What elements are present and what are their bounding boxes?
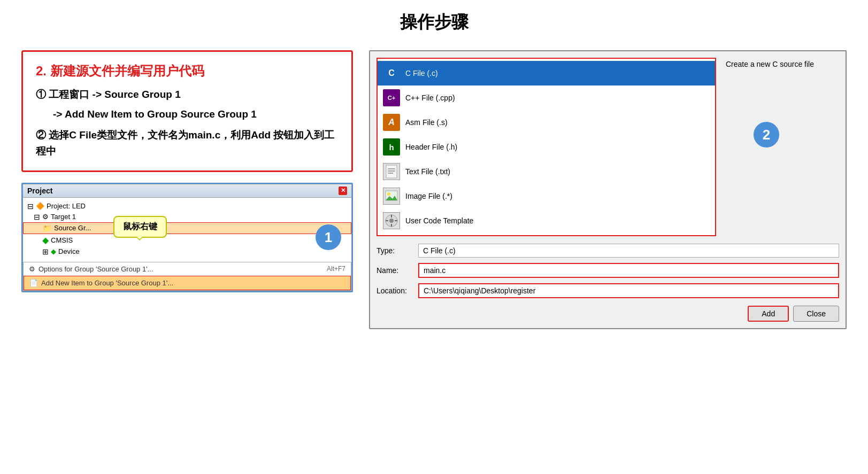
tree-item-cmsis: ◆ CMSIS	[23, 234, 351, 246]
tree-expand-icon: ⊟	[27, 202, 34, 211]
instruction-step1-sub: -> Add New Item to Group Source Group 1	[53, 107, 339, 122]
field-label-name: Name:	[377, 266, 414, 275]
context-menu-item-options-label: Options for Group 'Source Group 1'...	[39, 265, 153, 273]
close-button[interactable]: Close	[793, 306, 839, 322]
dialog-buttons: Add Close	[377, 306, 839, 322]
bottom-section: Type: C File (.c) Name: Location:	[377, 244, 839, 298]
tree-expand-icon3: ⊞	[42, 247, 49, 256]
filetype-item-img[interactable]: Image File (.*)	[378, 184, 715, 208]
tree-item-project: ⊟ 🔶 Project: LED	[23, 201, 351, 212]
tree-icon-device: ◆	[51, 247, 56, 255]
dialog-box: C C File (.c) C+ C++ File (.cpp) A Asm F…	[369, 50, 847, 329]
left-column: 2. 新建源文件并编写用户代码 ① 工程窗口 -> Source Group 1…	[21, 50, 353, 292]
field-input-type: C File (.c)	[418, 244, 839, 258]
main-layout: 2. 新建源文件并编写用户代码 ① 工程窗口 -> Source Group 1…	[21, 50, 847, 329]
context-menu-item-addnew-label: Add New Item to Group 'Source Group 1'..…	[41, 279, 173, 287]
field-label-location: Location:	[377, 286, 414, 295]
tree-item-target: ⊟ ⚙ Target 1	[23, 212, 351, 222]
dialog-left: C C File (.c) C+ C++ File (.cpp) A Asm F…	[377, 58, 716, 236]
field-input-name[interactable]	[418, 263, 839, 278]
filetype-label-h: Header File (.h)	[405, 143, 457, 151]
filetype-item-uct[interactable]: User Code Template	[378, 208, 715, 233]
tree-item-sourcegroup[interactable]: 📁 Source Gr...	[23, 222, 351, 234]
right-column: C C File (.c) C+ C++ File (.cpp) A Asm F…	[369, 50, 847, 329]
field-label-type: Type:	[377, 246, 414, 255]
project-titlebar: Project ✕	[23, 184, 351, 198]
context-menu-shortcut: Alt+F7	[327, 265, 345, 273]
filetype-label-cpp: C++ File (.cpp)	[405, 94, 455, 102]
tree-label-project: Project: LED	[47, 202, 86, 210]
context-menu-item-options[interactable]: ⚙ Options for Group 'Source Group 1'... …	[24, 262, 351, 276]
field-row-type: Type: C File (.c)	[377, 244, 839, 258]
close-icon[interactable]: ✕	[339, 187, 347, 195]
tooltip-text: 鼠标右键	[123, 222, 157, 231]
field-input-location[interactable]	[418, 283, 839, 298]
tree-item-device: ⊞ ◆ Device	[23, 246, 351, 257]
filetype-label-uct: User Code Template	[405, 216, 473, 225]
project-title-text: Project	[27, 187, 52, 195]
add-button[interactable]: Add	[748, 306, 789, 322]
tree-icon-cmsis: ◆	[42, 235, 49, 245]
project-screenshot-area: Project ✕ ⊟ 🔶 Project: LED ⊟ ⚙ Target 1	[21, 183, 353, 292]
project-tree: ⊟ 🔶 Project: LED ⊟ ⚙ Target 1 📁 Source G…	[23, 198, 351, 262]
filetype-icon-asm: A	[383, 114, 400, 131]
tree-label-cmsis: CMSIS	[51, 236, 73, 244]
tree-label-device: Device	[58, 247, 80, 255]
field-row-location: Location:	[377, 283, 839, 298]
instruction-step1: ① 工程窗口 -> Source Group 1	[36, 87, 339, 103]
filetype-icon-h: h	[383, 138, 400, 156]
filetype-icon-img	[383, 188, 400, 205]
svg-rect-0	[386, 165, 397, 178]
filetype-item-cpp[interactable]: C+ C++ File (.cpp)	[378, 86, 715, 110]
filetype-item-c[interactable]: C C File (.c)	[378, 61, 715, 86]
filetype-item-asm[interactable]: A Asm File (.s)	[378, 110, 715, 135]
filetype-icon-txt	[383, 163, 400, 180]
filetype-label-txt: Text File (.txt)	[405, 167, 450, 176]
filetype-icon-uct	[383, 212, 400, 229]
badge-2-label: 2	[763, 127, 770, 143]
filetype-icon-cpp: C+	[383, 89, 400, 106]
dialog-description: Create a new C source file	[721, 60, 814, 68]
tree-expand-icon2: ⊟	[34, 213, 40, 221]
context-menu-item-addnew[interactable]: 📄 Add New Item to Group 'Source Group 1'…	[24, 276, 351, 290]
project-window: Project ✕ ⊟ 🔶 Project: LED ⊟ ⚙ Target 1	[22, 184, 352, 291]
tooltip-bubble: 鼠标右键	[113, 216, 167, 238]
svg-point-5	[387, 192, 390, 196]
svg-point-8	[389, 219, 394, 223]
options-icon: ⚙	[29, 265, 35, 273]
filetype-icon-c: C	[383, 65, 400, 82]
badge-1: 1	[316, 224, 341, 250]
instruction-box: 2. 新建源文件并编写用户代码 ① 工程窗口 -> Source Group 1…	[21, 50, 353, 172]
filetype-item-h[interactable]: h Header File (.h)	[378, 135, 715, 159]
dialog-inner: C C File (.c) C+ C++ File (.cpp) A Asm F…	[377, 58, 839, 236]
badge-2: 2	[754, 122, 779, 147]
instruction-title: 2. 新建源文件并编写用户代码	[36, 63, 339, 80]
filetype-label-asm: Asm File (.s)	[405, 118, 448, 127]
tree-label-sourcegroup: Source Gr...	[54, 224, 91, 232]
tree-icon-project: 🔶	[36, 202, 44, 210]
filetype-label-img: Image File (.*)	[405, 192, 452, 200]
tree-icon-target: ⚙	[42, 213, 49, 221]
tree-label-target: Target 1	[51, 213, 76, 221]
context-menu: ⚙ Options for Group 'Source Group 1'... …	[23, 262, 351, 291]
field-row-name: Name:	[377, 263, 839, 278]
instruction-step2: ② 选择C File类型文件，文件名为main.c，利用Add 按钮加入到工程中	[36, 127, 339, 160]
filetype-label-c: C File (.c)	[405, 69, 438, 77]
badge-1-label: 1	[325, 229, 332, 246]
filetype-list: C C File (.c) C+ C++ File (.cpp) A Asm F…	[377, 58, 716, 236]
tree-icon-folder: 📁	[43, 224, 52, 232]
dialog-right: Create a new C source file 2	[716, 58, 839, 236]
addnew-icon: 📄	[29, 279, 38, 287]
page-title: 操作步骤	[21, 11, 847, 34]
filetype-item-txt[interactable]: Text File (.txt)	[378, 159, 715, 184]
